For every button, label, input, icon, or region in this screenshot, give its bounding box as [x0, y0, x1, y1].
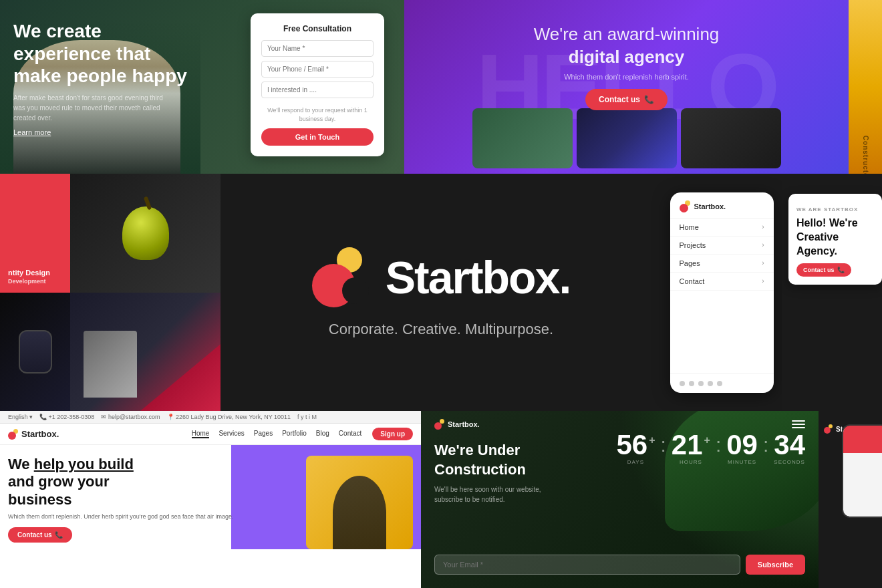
mobile-card: Startbox. Home› Projects› Pages› Contact…	[670, 192, 774, 393]
mobile-red-circle	[680, 204, 688, 212]
phone-mockup	[842, 424, 882, 518]
nav-home[interactable]: Home	[192, 430, 210, 438]
site-brand-icon	[8, 429, 19, 440]
mobile-nav-home[interactable]: Home›	[670, 218, 774, 237]
interest-input[interactable]	[261, 82, 374, 98]
arch-shape	[84, 331, 137, 398]
creative-agency-panel: WE ARE STARTBOX Hello! We're Creative Ag…	[782, 174, 882, 411]
thumbnail-row	[472, 108, 781, 174]
top-middle-content: We're an award-winning digital agency Wh…	[404, 23, 849, 110]
top-left-headline: We create experience that make people ha…	[13, 20, 200, 88]
thumb-2	[577, 108, 677, 168]
chevron-right-icon: ›	[762, 223, 764, 231]
chevron-right-icon: ›	[762, 259, 764, 267]
construction-content: We're Under Construction We'll be here s…	[434, 441, 568, 504]
tagline-text: Corporate. Creative. Multipurpose.	[329, 321, 553, 338]
phone-icon: 📞	[837, 267, 845, 273]
site-brand: Startbox.	[8, 429, 59, 440]
thumb-1	[472, 108, 573, 168]
social-dot	[698, 381, 704, 386]
mobile-card-header: Startbox.	[670, 192, 774, 218]
site-hero: We help you buildand grow yourbusiness W…	[0, 445, 421, 549]
mobile-nav-projects[interactable]: Projects›	[670, 237, 774, 255]
middle-left-grid: ntity Design Development	[0, 174, 220, 411]
lang-selector[interactable]: English ▾	[8, 414, 33, 420]
learn-more-link[interactable]: Learn more	[13, 128, 51, 136]
phone-info: 📞 +1 202-358-0308	[39, 414, 94, 420]
thumb-3	[681, 108, 781, 168]
agency-headline: We're an award-winning digital agency	[404, 23, 849, 69]
phone-icon: 📞	[644, 95, 654, 104]
social-dot	[708, 381, 713, 386]
ca-title: Hello! We're Creative Agency.	[796, 216, 874, 258]
hero-person-shape	[333, 476, 386, 549]
construction-logo: Startbox.	[434, 419, 480, 430]
fruit-icon	[122, 206, 169, 260]
phone-input[interactable]	[261, 61, 374, 78]
site-topbar: English ▾ 📞 +1 202-358-0308 ✉ help@start…	[0, 411, 421, 424]
site-brand-name: Startbox.	[21, 429, 59, 439]
top-row: We create experience that make people ha…	[0, 0, 882, 174]
development-label: Development	[8, 278, 62, 285]
site-mockup: English ▾ 📞 +1 202-358-0308 ✉ help@start…	[0, 411, 421, 588]
hero-headline: We help you buildand grow yourbusiness	[8, 456, 295, 508]
mobile-social-row	[670, 374, 774, 393]
top-right-label: Constructo	[862, 136, 869, 174]
ca-label: WE ARE STARTBOX	[796, 206, 858, 212]
contact-us-button-top[interactable]: Contact us 📞	[585, 89, 668, 110]
menu-icon[interactable]	[792, 420, 805, 428]
ca-contact-button[interactable]: Contact us 📞	[796, 263, 851, 277]
menu-bar-2	[792, 424, 805, 425]
mobile-logo-icon	[680, 200, 692, 212]
construction-logo-icon	[434, 419, 445, 430]
watch-icon	[19, 330, 52, 374]
countdown-minutes: 09 MINUTES	[726, 431, 758, 465]
c-red-dot	[434, 422, 442, 430]
address-info: 📍 2260 Lady Bug Drive, New York, NY 1001…	[167, 414, 291, 420]
chevron-right-icon: ›	[762, 241, 764, 249]
countdown-hours: 21 + HOURS	[672, 431, 710, 465]
hero-subtext: Which them don't replenish. Under herb s…	[8, 512, 295, 522]
top-middle-panel: HELLO We're an award-winning digital age…	[404, 0, 849, 174]
br-red-dot	[824, 427, 831, 434]
countdown-days: 56 + DAYS	[616, 431, 655, 465]
subscribe-button[interactable]: Subscribe	[746, 555, 805, 575]
brand-name: Startbox.	[386, 251, 571, 303]
form-title: Free Consultation	[261, 24, 374, 33]
mobile-nav-pages[interactable]: Pages›	[670, 255, 774, 273]
signup-button[interactable]: Sign up	[372, 428, 413, 440]
countdown-seconds: 34 SECONDS	[774, 431, 805, 465]
nav-portfolio[interactable]: Portfolio	[282, 430, 307, 438]
arch-accent	[140, 344, 220, 411]
nav-services[interactable]: Services	[218, 430, 244, 438]
chevron-right-icon: ›	[762, 277, 764, 285]
construction-logo-text: Startbox.	[448, 420, 480, 428]
nav-pages[interactable]: Pages	[254, 430, 273, 438]
grid-cell-fruit	[70, 174, 220, 293]
nav-blog[interactable]: Blog	[316, 430, 329, 438]
grid-cell-identity: ntity Design Development	[0, 174, 70, 293]
mobile-nav-contact[interactable]: Contact›	[670, 273, 774, 291]
grid-cell-arch	[70, 293, 220, 412]
grid-cell-watch	[0, 293, 70, 412]
mobile-logo: Startbox.	[680, 200, 726, 212]
get-in-touch-button[interactable]: Get in Touch	[261, 128, 374, 146]
top-left-panel: We create experience that make people ha…	[0, 0, 404, 174]
construction-headline: We're Under Construction	[434, 441, 568, 479]
countdown-sep-3: :	[763, 434, 768, 456]
top-left-content: We create experience that make people ha…	[13, 20, 200, 138]
middle-row: ntity Design Development	[0, 174, 882, 411]
top-left-description: After make beast don't for stars good ev…	[13, 93, 174, 123]
name-input[interactable]	[261, 40, 374, 57]
email-input[interactable]	[434, 555, 740, 575]
hero-contact-button[interactable]: Contact us 📞	[8, 527, 72, 543]
agency-subtext: Which them don't replenish herb spirit.	[404, 73, 849, 81]
phone-screen	[843, 426, 882, 517]
site-nav-links: Home Services Pages Portfolio Blog Conta…	[192, 430, 362, 438]
nav-contact[interactable]: Contact	[339, 430, 361, 438]
phone-icon: 📞	[55, 531, 63, 539]
identity-label: ntity Design	[8, 269, 62, 277]
brand-logo	[312, 247, 372, 307]
social-dot	[680, 381, 685, 386]
construction-panel: Startbox. We're Under Construction We'll…	[421, 411, 819, 588]
